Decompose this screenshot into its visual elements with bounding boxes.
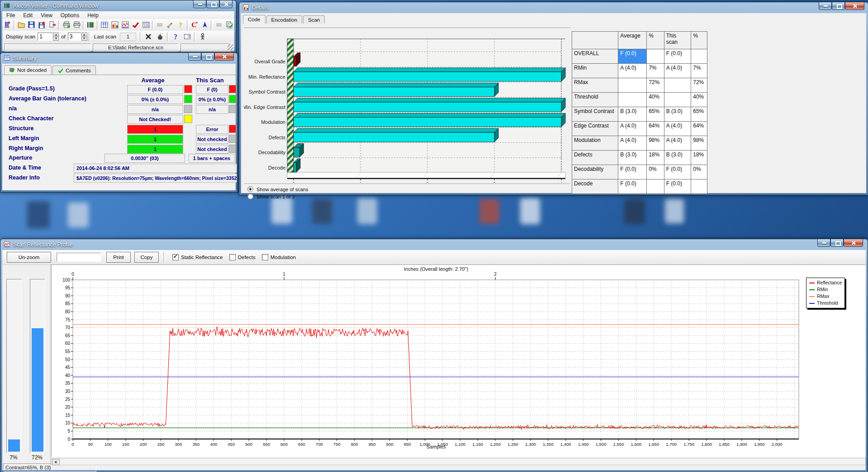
close-button[interactable] <box>219 0 232 8</box>
grade-table-cell[interactable]: 64% <box>647 122 664 136</box>
scan-count-input[interactable]: 3 <box>68 33 81 41</box>
grade-table-cell[interactable]: A (4.0) <box>664 64 691 78</box>
horizontal-scrollbar[interactable] <box>51 458 866 465</box>
maximize-button[interactable] <box>832 2 845 10</box>
grade-table-cell[interactable]: A (4.0) <box>618 136 647 151</box>
grade-table-cell[interactable]: 98% <box>647 136 664 151</box>
barcode-icon[interactable] <box>86 19 95 30</box>
tab-encodation[interactable]: Encodation <box>266 15 303 24</box>
grade-table-cell[interactable]: 0% <box>647 165 664 179</box>
refresh-icon[interactable]: C <box>190 19 199 30</box>
print-button[interactable]: Print <box>106 252 131 263</box>
grade-table-cell[interactable]: B (3.0) <box>618 107 647 122</box>
grade-table-cell[interactable]: F (0.0) <box>664 165 691 179</box>
tab-comments[interactable]: Comments <box>52 66 96 75</box>
close-button[interactable] <box>845 2 864 10</box>
verifier-icon[interactable] <box>3 19 12 30</box>
menu-view[interactable]: View <box>37 11 57 19</box>
navigate-icon[interactable] <box>200 19 210 30</box>
delete-x-icon[interactable] <box>143 31 154 42</box>
resize-grip[interactable] <box>228 44 233 50</box>
copy-button[interactable]: Copy <box>134 252 159 263</box>
checkbox-icon[interactable] <box>262 254 268 260</box>
grade-table-cell[interactable]: Edge Contrast <box>572 122 618 136</box>
maximize-button[interactable] <box>830 239 844 247</box>
save-icon[interactable] <box>27 19 37 30</box>
grade-table-cell[interactable]: F (0.0) <box>664 179 691 194</box>
blank-icon[interactable] <box>214 19 223 30</box>
grade-table-cell[interactable]: 0% <box>691 165 707 179</box>
grade-table-cell[interactable]: 98% <box>691 136 707 151</box>
maximize-button[interactable] <box>201 53 214 61</box>
maximize-button[interactable] <box>206 0 219 8</box>
save-as-icon[interactable] <box>38 19 47 30</box>
grade-table-cell[interactable]: A (4.0) <box>618 122 647 136</box>
grade-table-cell[interactable]: 7% <box>691 64 707 78</box>
radio-show-scan[interactable]: Show scan 1 of 3 <box>247 194 294 199</box>
checkbox-static-reflectance[interactable]: Static Reflectance <box>172 254 223 260</box>
tab-not-decoded[interactable]: Not decoded <box>4 65 52 75</box>
tab-scan[interactable]: Scan <box>303 15 325 24</box>
grade-table-cell[interactable]: OVERALL <box>572 49 618 64</box>
tab-code[interactable]: Code <box>243 15 266 24</box>
minimize-button[interactable] <box>817 239 830 247</box>
checkbox-defects[interactable]: Defects <box>229 254 256 260</box>
grade-table-cell[interactable]: 64% <box>691 122 707 136</box>
help-question-icon[interactable]: ? <box>176 19 185 30</box>
minimize-button[interactable] <box>188 53 201 61</box>
grade-table-cell[interactable]: 40% <box>691 93 707 107</box>
radio-icon[interactable] <box>247 186 253 192</box>
menu-edit[interactable]: Edit <box>19 11 37 19</box>
zoom-range-field[interactable] <box>57 253 101 262</box>
details-chart-icon[interactable] <box>110 19 119 30</box>
grade-table-cell[interactable] <box>691 179 707 194</box>
radio-icon[interactable] <box>247 194 253 199</box>
grade-table-cell[interactable]: 65% <box>691 107 707 122</box>
grade-table-cell[interactable] <box>664 78 691 93</box>
grade-table-cell[interactable]: B (3.0) <box>664 107 691 122</box>
grade-table-cell[interactable]: 65% <box>647 107 664 122</box>
grade-table-cell[interactable] <box>691 49 707 64</box>
grade-table-cell[interactable] <box>647 49 664 64</box>
grade-table-cell[interactable]: Defects <box>572 151 618 165</box>
grade-table-cell[interactable]: F (0.0) <box>618 49 647 64</box>
bomb-icon[interactable] <box>155 31 166 42</box>
grade-table-cell[interactable]: RMin <box>572 64 618 78</box>
open-folder-icon[interactable] <box>17 19 26 30</box>
summary-table-icon[interactable] <box>100 19 109 30</box>
minimize-button[interactable] <box>819 2 832 10</box>
grade-table-cell[interactable] <box>618 78 647 93</box>
check-mark-icon[interactable] <box>131 19 140 30</box>
pages-check-icon[interactable] <box>224 19 234 30</box>
help-book-icon[interactable]: ? <box>182 31 193 42</box>
profile-chart-icon[interactable] <box>120 19 130 30</box>
about-person-icon[interactable] <box>197 31 208 42</box>
print-setup-icon[interactable] <box>62 19 71 30</box>
grade-table-cell[interactable]: B (3.0) <box>618 151 647 165</box>
grade-table-cell[interactable]: Threshold <box>572 93 618 107</box>
details-window-titlebar[interactable]: Details <box>239 2 868 13</box>
grade-table-cell[interactable]: 72% <box>647 78 664 93</box>
profile-window-titlebar[interactable]: Scan Reflectance Profile <box>0 239 868 250</box>
grade-table-cell[interactable]: B (3.0) <box>664 151 691 165</box>
grade-table-cell[interactable]: Decodability <box>572 165 618 179</box>
grade-table-cell[interactable]: Modulation <box>572 136 618 151</box>
grade-table-cell[interactable]: Decode <box>572 179 618 194</box>
scroll-left-icon[interactable] <box>52 459 60 465</box>
checkbox-modulation[interactable]: Modulation <box>262 254 296 260</box>
scan-count-stepper[interactable] <box>81 33 87 41</box>
close-button[interactable] <box>844 239 863 247</box>
menu-help[interactable]: Help <box>83 11 103 19</box>
grade-table-cell[interactable]: F (0.0) <box>664 49 691 64</box>
grade-table-cell[interactable]: A (4.0) <box>618 64 647 78</box>
export-icon[interactable] <box>48 19 57 30</box>
grade-table-cell[interactable] <box>618 93 647 107</box>
minimize-button[interactable] <box>193 0 206 8</box>
grade-table-cell[interactable] <box>647 179 664 194</box>
grade-table-cell[interactable]: Symbol Contrast <box>572 107 618 122</box>
unzoom-button[interactable]: Un-zoom <box>7 252 51 263</box>
grade-table-cell[interactable]: 7% <box>647 64 664 78</box>
menu-file[interactable]: File <box>2 11 19 19</box>
blank-icon[interactable] <box>155 19 165 30</box>
calendar-icon[interactable]: 123 <box>141 19 151 30</box>
